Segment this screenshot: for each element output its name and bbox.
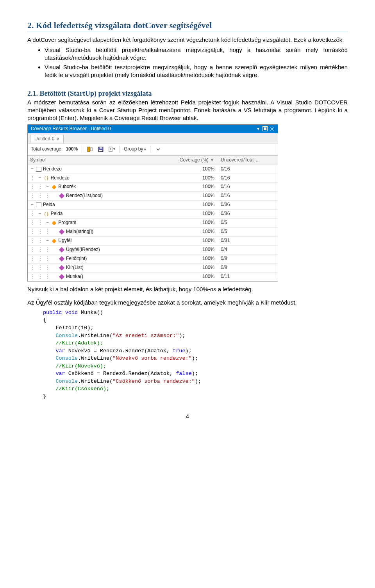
tree-row[interactable]: ⋮ ⋮ ⋮ Main(string[])100%0/5 — [28, 227, 278, 236]
tree-row-label: Ügyfél(IRendez) — [66, 247, 100, 253]
save-button[interactable] — [97, 145, 105, 153]
tree-row-label: Rendezo — [43, 166, 62, 172]
tree-row[interactable]: ⋮ ⋮ ⋮ Kiír(List)100%0/8 — [28, 263, 278, 272]
tree-row-label: Ügyfél — [58, 238, 71, 244]
column-header-uncovered[interactable]: Uncovered/Total ... — [214, 157, 275, 163]
coverage-cell: 100% — [168, 238, 214, 244]
tree-row[interactable]: ⋮ ⋮ ⋮ Ügyfél(IRendez)100%0/4 — [28, 245, 278, 254]
tree-row-label: Munka() — [66, 274, 83, 280]
expander-icon[interactable] — [53, 247, 57, 253]
uncovered-cell: 0/16 — [214, 184, 275, 190]
expander-icon[interactable]: − — [45, 238, 50, 244]
code-block: public void Munka() { Feltölt(10); Conso… — [43, 309, 348, 401]
coverage-cell: 100% — [168, 229, 214, 235]
collapse-all-button[interactable] — [154, 145, 162, 153]
bullet-item: Visual Studio-ba betöltött projektre/alk… — [45, 46, 348, 62]
uncovered-cell: 0/31 — [214, 238, 275, 244]
tree-row[interactable]: ⋮ ⋮ ⋮ Rendez(List,bool)100%0/16 — [28, 191, 278, 200]
svg-rect-3 — [99, 150, 102, 151]
pin-icon[interactable] — [262, 126, 268, 131]
tree-row[interactable]: ⋮ ⋮ −🔶Ügyfél100%0/31 — [28, 236, 278, 245]
coverage-results-window: Coverage Results Browser - Untitled-0 ▼ … — [27, 124, 278, 281]
uncovered-cell: 0/4 — [214, 247, 275, 253]
tree-row-label: Pelda — [51, 211, 63, 217]
svg-rect-1 — [90, 148, 92, 151]
post-panel-paragraph-1: Nyissuk ki a bal oldalon a két projekt e… — [27, 285, 348, 293]
tree-row[interactable]: −Rendezo100%0/16 — [28, 165, 278, 174]
uncovered-cell: 0/8 — [214, 265, 275, 271]
section-heading: 2. Kód lefedettség vizsgálata dotCover s… — [27, 20, 348, 32]
tree-row-label: Program — [58, 220, 76, 226]
coverage-cell: 100% — [168, 265, 214, 271]
coverage-cell: 100% — [168, 184, 214, 190]
coverage-toolbar: Total coverage: 100% Group by — [28, 143, 278, 156]
expander-icon[interactable]: − — [30, 202, 34, 208]
tab-close-icon[interactable]: × — [57, 136, 59, 142]
export-button[interactable] — [108, 145, 116, 153]
total-coverage-value: 100% — [66, 146, 78, 152]
tree-row[interactable]: ⋮ ⋮ −🔶Buborék100%0/16 — [28, 182, 278, 191]
window-title: Coverage Results Browser - Untitled-0 — [31, 126, 111, 132]
expander-icon[interactable]: − — [38, 211, 42, 217]
expander-icon[interactable] — [53, 256, 57, 262]
subsection-paragraph: A módszer bemutatása során az előzőekben… — [27, 99, 348, 122]
svg-rect-4 — [100, 147, 102, 149]
expander-icon[interactable]: − — [45, 220, 50, 226]
document-tab-label: Untitled-0 — [34, 136, 54, 142]
bullet-list: Visual Studio-ba betöltött projektre/alk… — [27, 46, 348, 79]
tree-row[interactable]: ⋮ ⋮ −🔶Program100%0/5 — [28, 218, 278, 227]
tree-header-row: Symbol Coverage (%) ▼ Uncovered/Total ..… — [28, 156, 278, 165]
column-header-coverage[interactable]: Coverage (%) — [180, 157, 209, 163]
tree-row-label: Buborék — [58, 184, 76, 190]
uncovered-cell: 0/36 — [214, 211, 275, 217]
expander-icon[interactable]: − — [45, 184, 50, 190]
tree-row-label: Main(string[]) — [66, 229, 93, 235]
group-by-dropdown[interactable]: Group by — [124, 146, 146, 152]
tree-row[interactable]: ⋮ ⋮ ⋮ Munka()100%0/11 — [28, 272, 278, 281]
expander-icon[interactable] — [53, 229, 57, 235]
intro-paragraph: A dotCover segítségével alapvetően két f… — [27, 36, 348, 44]
uncovered-cell: 0/8 — [214, 256, 275, 262]
page-number: 4 — [27, 412, 348, 420]
coverage-cell: 100% — [168, 256, 214, 262]
coverage-cell: 100% — [168, 211, 214, 217]
window-menu-caret-icon[interactable]: ▼ — [256, 126, 260, 131]
expander-icon[interactable] — [53, 265, 57, 271]
coverage-cell: 100% — [168, 193, 214, 199]
expander-icon[interactable] — [53, 193, 57, 199]
tree-row[interactable]: ⋮ −{ }Rendezo100%0/16 — [28, 174, 278, 183]
post-panel-paragraph-2: Az Ügyfél osztály kódjában tegyük megjeg… — [27, 299, 348, 307]
highlight-button[interactable] — [86, 145, 94, 153]
close-icon[interactable] — [270, 127, 275, 131]
uncovered-cell: 0/16 — [214, 193, 275, 199]
column-header-symbol[interactable]: Symbol — [30, 157, 168, 163]
document-tabstrip: Untitled-0 × — [28, 133, 278, 143]
expander-icon[interactable]: − — [38, 175, 42, 181]
coverage-tree[interactable]: −Rendezo100%0/16⋮ −{ }Rendezo100%0/16⋮ ⋮… — [28, 165, 278, 281]
subsection-heading: 2.1. Betöltött (StartUp) projekt vizsgál… — [27, 89, 348, 99]
bullet-item: Visual Studio-ba betöltött tesztprojektr… — [45, 63, 348, 79]
uncovered-cell: 0/16 — [214, 175, 275, 181]
expander-icon[interactable] — [53, 274, 57, 280]
uncovered-cell: 0/11 — [214, 274, 275, 280]
coverage-cell: 100% — [168, 220, 214, 226]
uncovered-cell: 0/5 — [214, 229, 275, 235]
coverage-cell: 100% — [168, 202, 214, 208]
window-titlebar[interactable]: Coverage Results Browser - Untitled-0 ▼ — [28, 125, 278, 133]
expander-icon[interactable]: − — [30, 166, 34, 172]
coverage-cell: 100% — [168, 166, 214, 172]
document-tab[interactable]: Untitled-0 × — [30, 135, 64, 143]
tree-row[interactable]: ⋮ ⋮ ⋮ Feltölt(int)100%0/8 — [28, 254, 278, 263]
coverage-cell: 100% — [168, 175, 214, 181]
tree-row-label: Rendez(List,bool) — [66, 193, 103, 199]
tree-row-label: Feltölt(int) — [66, 256, 87, 262]
uncovered-cell: 0/5 — [214, 220, 275, 226]
svg-rect-5 — [109, 147, 112, 152]
uncovered-cell: 0/36 — [214, 202, 275, 208]
svg-rect-0 — [88, 147, 90, 152]
tree-row[interactable]: ⋮ −{ }Pelda100%0/36 — [28, 209, 278, 218]
total-coverage-label: Total coverage: — [31, 146, 62, 152]
tree-row[interactable]: −Pelda100%0/36 — [28, 200, 278, 209]
coverage-cell: 100% — [168, 274, 214, 280]
tree-row-label: Kiír(List) — [66, 265, 84, 271]
